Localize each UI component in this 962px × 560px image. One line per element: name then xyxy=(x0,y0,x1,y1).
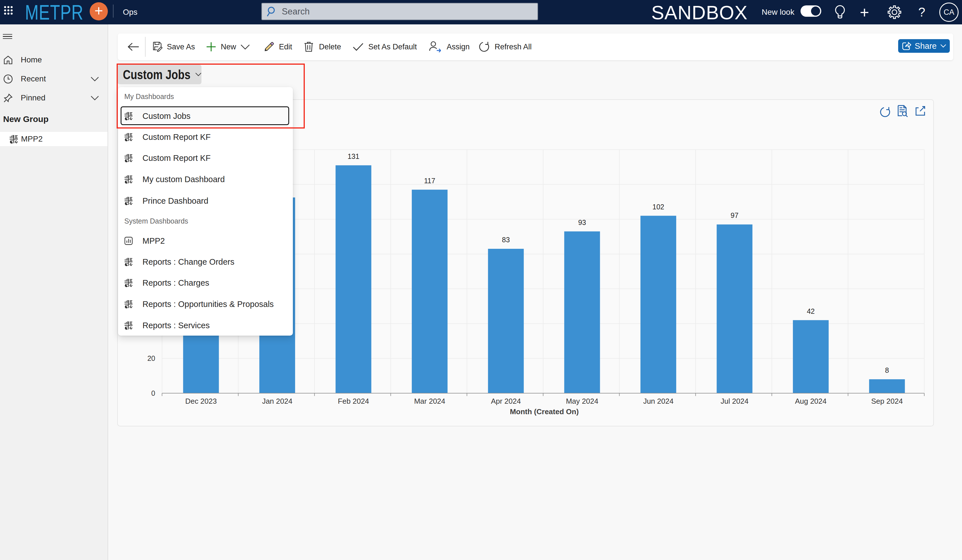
svg-text:Month (Created On): Month (Created On) xyxy=(510,407,579,416)
svg-text:Dec 2023: Dec 2023 xyxy=(185,397,217,405)
svg-text:Jul 2024: Jul 2024 xyxy=(720,397,748,405)
svg-text:42: 42 xyxy=(807,307,815,315)
svg-text:Jan 2024: Jan 2024 xyxy=(262,397,292,405)
svg-text:Aug 2024: Aug 2024 xyxy=(795,397,826,405)
svg-text:20: 20 xyxy=(147,354,155,362)
svg-text:Mar 2024: Mar 2024 xyxy=(414,397,445,405)
svg-text:Sep 2024: Sep 2024 xyxy=(871,397,903,405)
svg-text:May 2024: May 2024 xyxy=(566,397,598,405)
svg-text:Jun 2024: Jun 2024 xyxy=(643,397,673,405)
svg-text:131: 131 xyxy=(348,152,360,160)
svg-text:0: 0 xyxy=(151,389,155,397)
svg-text:Feb 2024: Feb 2024 xyxy=(338,397,369,405)
svg-text:93: 93 xyxy=(578,218,586,226)
svg-text:83: 83 xyxy=(502,236,510,244)
svg-text:8: 8 xyxy=(885,366,889,374)
svg-text:Apr 2024: Apr 2024 xyxy=(491,397,521,405)
svg-text:97: 97 xyxy=(731,211,739,219)
svg-text:102: 102 xyxy=(652,203,664,211)
svg-text:117: 117 xyxy=(424,177,435,185)
